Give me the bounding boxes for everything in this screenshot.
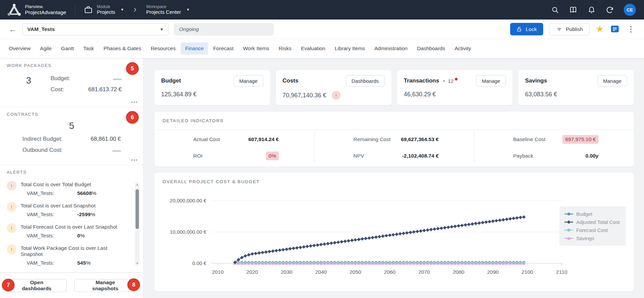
alert-body: Total Cost is over Last SnapshotVAM_Test… <box>21 201 95 218</box>
workspace-switcher[interactable]: Workspace Projects Center ▼ <box>146 4 189 15</box>
scroll-down-icon[interactable]: ▼ <box>135 262 140 265</box>
tab-library-items[interactable]: Library Items <box>330 42 370 55</box>
alert-list-item[interactable]: ↑Total Cost is over Total BudgetVAM_Test… <box>7 180 125 196</box>
empty-value-dash <box>113 78 122 80</box>
indicator-label: Remaining Cost <box>353 136 390 142</box>
tab-task[interactable]: Task <box>79 42 98 55</box>
tab-finance[interactable]: Finance <box>181 42 208 55</box>
sidebar-footer: Open dashboards Manage snapshots 7 8 <box>0 272 143 298</box>
alert-value-unit: % <box>86 260 91 266</box>
summary-cards-row: Budget Manage 125,364.89 € Costs Dashboa… <box>154 70 634 105</box>
tab-dashboards[interactable]: Dashboards <box>413 42 450 55</box>
alert-value: 545 <box>77 260 86 266</box>
series-adjusted-total-cost[interactable] <box>233 215 526 264</box>
tab-overview[interactable]: Overview <box>4 42 35 55</box>
svg-text:2020: 2020 <box>246 269 258 275</box>
more-options-kebab-icon[interactable]: ⋮ <box>626 25 636 34</box>
cost-budget-chart-panel: OVERALL PROJECT COST & BUDGET 0.00 €10,0… <box>154 173 634 291</box>
metric-row: Cost:681,613.72 € <box>51 84 122 95</box>
tab-evaluation[interactable]: Evaluation <box>296 42 329 55</box>
favorite-star-icon[interactable]: ★ <box>596 25 604 34</box>
lock-button[interactable]: Lock <box>510 23 543 35</box>
work-packages-title: WORK PACKAGES <box>7 63 137 68</box>
scrollbar-thumb[interactable] <box>136 189 139 229</box>
tab-gantt[interactable]: Gantt <box>57 42 78 55</box>
legend-item-forecast-cost[interactable]: Forecast Cost <box>564 227 620 233</box>
legend-label: Adjusted Total Cost <box>576 219 620 225</box>
card-action-button[interactable]: Manage <box>234 75 263 87</box>
alert-list-item[interactable]: !Total Cost is over Last SnapshotVAM_Tes… <box>7 201 125 218</box>
metric-value <box>112 147 121 154</box>
navbar-divider <box>75 5 75 15</box>
workspace-value: Projects Center <box>146 9 181 15</box>
metric-value: 68,861.00 € <box>91 136 121 142</box>
metric-row: Outbound Cost: <box>23 144 121 156</box>
comments-feed-icon[interactable] <box>610 25 619 34</box>
contracts-more-icon[interactable]: ••• <box>131 158 138 163</box>
tab-activity[interactable]: Activity <box>450 42 475 55</box>
refresh-icon[interactable] <box>606 6 614 14</box>
alert-value: 56608 <box>77 190 92 196</box>
svg-text:2010: 2010 <box>212 269 224 275</box>
back-arrow-icon[interactable]: ← <box>9 25 17 33</box>
circle-marker-icon <box>564 212 573 216</box>
tab-risks[interactable]: Risks <box>274 42 296 55</box>
documentation-book-icon[interactable] <box>569 6 577 14</box>
card-action-button[interactable]: Dashboards <box>346 75 385 87</box>
scroll-up-icon[interactable]: ▲ <box>135 183 140 186</box>
alert-value: -2599 <box>77 211 91 218</box>
module-switcher[interactable]: Module Projects ▼ <box>84 4 124 15</box>
indicator-value: 607,914.24 € <box>248 136 279 142</box>
work-packages-more-icon[interactable]: ••• <box>131 100 138 105</box>
legend-item-budget[interactable]: Budget <box>564 211 620 217</box>
alerts-list: ↑Total Cost is over Total BudgetVAM_Test… <box>7 180 137 271</box>
publish-button-label: Publish <box>566 26 583 32</box>
chart-title: OVERALL PROJECT COST & BUDGET <box>154 173 634 191</box>
metric-row: Budget: <box>51 73 122 84</box>
indicator-label: Actual Cost <box>193 136 220 142</box>
legend-label: Savings <box>576 235 594 241</box>
indicator-label: Payback <box>513 153 533 159</box>
card-value: 70,967,140.36 € <box>283 92 326 99</box>
card-action-button[interactable]: Manage <box>597 75 627 87</box>
metric-label: Indirect Budget: <box>23 136 63 142</box>
card-value: 63,083.56 € <box>525 91 557 98</box>
summary-card-costs: Costs Dashboards 70,967,140.36 € ↑ <box>276 70 391 105</box>
alert-warning-icon: ! <box>7 223 17 233</box>
finance-main: Budget Manage 125,364.89 € Costs Dashboa… <box>144 58 644 298</box>
tab-phases-gates[interactable]: Phases & Gates <box>99 42 146 55</box>
user-avatar[interactable]: CE <box>624 4 636 16</box>
alerts-card: ALERTS ↑Total Cost is over Total BudgetV… <box>0 165 143 272</box>
alert-list-item[interactable]: !Total Forecast Cost is over Last Snapsh… <box>7 223 125 239</box>
alert-value-unit: % <box>92 190 96 196</box>
svg-text:20,000,000.00 €: 20,000,000.00 € <box>170 198 207 203</box>
alert-body: Total Forecast Cost is over Last Snapsho… <box>21 223 117 239</box>
indicator-label: ROI <box>193 153 203 159</box>
notifications-bell-icon[interactable] <box>587 6 595 14</box>
card-value: 46,630.29 € <box>404 91 436 98</box>
legend-item-adjusted-total-cost[interactable]: Adjusted Total Cost <box>564 219 620 225</box>
tab-work-items[interactable]: Work Items <box>238 42 273 55</box>
indicator-npv: NPV-2,102,408.74 € <box>314 147 474 164</box>
alert-value: 0 <box>77 233 80 239</box>
alert-list-item[interactable]: !Total Work Package Cost is over Last Sn… <box>7 244 125 266</box>
cost-budget-chart[interactable]: 0.00 €10,000,000.00 €20,000,000.00 €2010… <box>155 192 624 280</box>
tab-administration[interactable]: Administration <box>370 42 412 55</box>
metric-row: Indirect Budget:68,861.00 € <box>23 133 121 144</box>
indicator-remaining-cost: Remaining Cost69,627,364.53 € <box>314 131 474 147</box>
tab-forecast[interactable]: Forecast <box>209 42 238 55</box>
card-action-button[interactable]: Manage <box>476 75 506 87</box>
project-selector-dropdown[interactable]: VAM_Tests ▼ <box>22 23 169 35</box>
search-icon[interactable] <box>551 6 559 14</box>
publish-button[interactable]: Publish <box>550 23 589 35</box>
open-dashboards-button[interactable]: Open dashboards <box>7 279 67 292</box>
alerts-title: ALERTS <box>7 170 137 175</box>
summary-card-transactions: Transactions12 Manage 46,630.29 € <box>397 70 513 105</box>
alerts-scrollbar[interactable]: ▲ ▼ <box>135 182 140 266</box>
tab-agile[interactable]: Agile <box>36 42 56 55</box>
legend-item-savings[interactable]: Savings <box>564 235 620 241</box>
diamond-marker-icon <box>564 220 573 224</box>
alert-message: Total Work Package Cost is over Last Sna… <box>21 245 125 257</box>
tab-resources[interactable]: Resources <box>146 42 180 55</box>
alert-detail-row: VAM_Tests:56608% <box>21 190 96 196</box>
